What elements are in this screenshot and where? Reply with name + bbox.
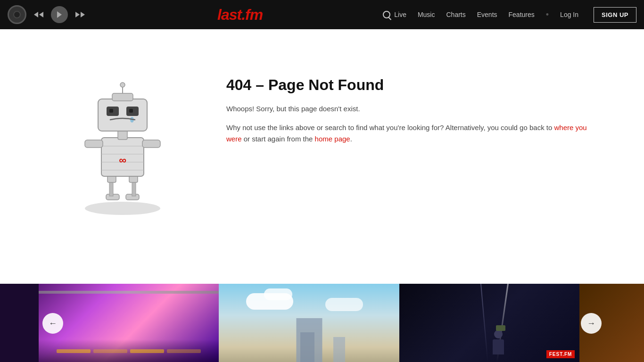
play-icon bbox=[57, 11, 62, 18]
rewind-arrow-2 bbox=[39, 12, 43, 17]
svg-point-0 bbox=[85, 202, 160, 215]
login-link[interactable]: Log In bbox=[560, 11, 578, 18]
carousel-section: FEST.FM ← → bbox=[0, 284, 644, 362]
site-logo[interactable]: last.fm bbox=[97, 6, 383, 24]
error-text: 404 – Page Not Found Whoops! Sorry, but … bbox=[198, 67, 597, 145]
navbar: last.fm Live Music Charts Events Feature… bbox=[0, 0, 644, 29]
carousel-inner: FEST.FM bbox=[0, 284, 644, 362]
error-title: 404 – Page Not Found bbox=[226, 76, 597, 94]
carousel-next-button[interactable]: → bbox=[581, 313, 602, 334]
carousel-next-icon: → bbox=[587, 319, 595, 329]
svg-text:∞: ∞ bbox=[119, 154, 126, 166]
robot-svg: ∞ bbox=[71, 67, 174, 218]
svg-rect-14 bbox=[142, 140, 160, 148]
error-detail-middle: or start again from the bbox=[242, 135, 315, 143]
nav-link-charts[interactable]: Charts bbox=[446, 11, 465, 18]
logo-link[interactable]: last.fm bbox=[217, 6, 263, 24]
svg-rect-20 bbox=[109, 109, 113, 113]
nav-links: Live Music Charts Events Features • Log … bbox=[394, 10, 586, 20]
ff-arrow-2 bbox=[81, 12, 85, 17]
carousel-item-concert[interactable] bbox=[39, 284, 219, 362]
error-detail-prefix: Why not use the links above or search to… bbox=[226, 123, 554, 132]
svg-rect-21 bbox=[129, 109, 133, 113]
rewind-button[interactable] bbox=[31, 7, 46, 22]
main-content: ∞ bbox=[0, 29, 644, 284]
search-button[interactable] bbox=[383, 11, 390, 18]
fest-badge: FEST.FM bbox=[546, 350, 575, 358]
svg-rect-16 bbox=[98, 99, 147, 131]
home-page-link[interactable]: home page bbox=[315, 135, 350, 143]
carousel-item-stage[interactable]: FEST.FM bbox=[399, 284, 579, 362]
error-message-1: Whoops! Sorry, but this page doesn't exi… bbox=[226, 103, 597, 115]
error-detail: Why not use the links above or search to… bbox=[226, 122, 597, 145]
nav-dot: • bbox=[546, 10, 549, 20]
carousel-item-partial-left bbox=[0, 284, 39, 362]
svg-rect-17 bbox=[112, 93, 133, 101]
disc-icon bbox=[8, 5, 26, 24]
nav-link-events[interactable]: Events bbox=[477, 11, 497, 18]
play-button[interactable] bbox=[51, 6, 68, 23]
rewind-arrow-1 bbox=[34, 12, 38, 17]
nav-link-features[interactable]: Features bbox=[509, 11, 535, 18]
player-controls bbox=[8, 5, 88, 24]
svg-rect-13 bbox=[85, 140, 103, 148]
signup-button[interactable]: SIGN UP bbox=[594, 7, 636, 23]
carousel-item-sky[interactable] bbox=[219, 284, 399, 362]
carousel-prev-button[interactable]: ← bbox=[42, 313, 63, 334]
svg-point-24 bbox=[120, 82, 125, 87]
carousel-prev-icon: ← bbox=[49, 319, 57, 329]
search-icon bbox=[383, 11, 390, 18]
ff-arrow-1 bbox=[75, 12, 80, 17]
nav-link-music[interactable]: Music bbox=[418, 11, 435, 18]
error-illustration: ∞ bbox=[47, 67, 198, 218]
error-detail-suffix: . bbox=[350, 135, 352, 143]
fastforward-button[interactable] bbox=[73, 7, 88, 22]
nav-link-live[interactable]: Live bbox=[394, 11, 406, 18]
